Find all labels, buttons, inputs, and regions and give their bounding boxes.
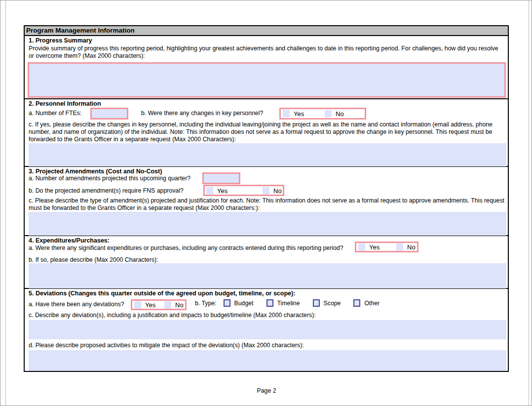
deviation-type-budget-checkbox[interactable] <box>224 299 230 307</box>
section-1-description: Provide summary of progress this reporti… <box>29 45 505 60</box>
expenditures-yes-checkbox[interactable] <box>358 244 365 251</box>
deviation-type-scope-option[interactable]: Scope <box>313 299 341 307</box>
key-personnel-no-checkbox[interactable] <box>325 110 332 118</box>
deviations-no-checkbox[interactable] <box>164 301 171 309</box>
program-management-form: Program Management Information 1. Progre… <box>24 25 509 372</box>
key-personnel-question-label: b. Were there any changes in key personn… <box>141 110 263 117</box>
deviation-type-budget-label: Budget <box>234 300 254 307</box>
fns-approval-yes-option[interactable]: Yes <box>206 187 228 194</box>
deviation-type-timeline-checkbox[interactable] <box>266 299 273 307</box>
deviations-mitigation-textarea[interactable] <box>29 350 506 371</box>
form-section-header: Program Management Information <box>25 26 508 36</box>
deviation-type-scope-checkbox[interactable] <box>313 299 320 307</box>
fns-approval-no-option[interactable]: No <box>263 187 282 194</box>
deviation-type-scope-label: Scope <box>324 300 341 307</box>
amendments-count-input[interactable] <box>202 172 240 184</box>
deviations-describe-label: c. Describe any deviation(s), including … <box>29 312 316 319</box>
section-progress-summary: 1. Progress Summary Provide summary of p… <box>25 36 508 99</box>
fns-approval-yes-no-group: Yes No <box>203 185 284 196</box>
section-2-title: 2. Personnel Information <box>29 100 101 107</box>
section-3-title: 3. Projected Amendments (Cost and No-Cos… <box>29 168 162 175</box>
deviations-yes-no-group: Yes No <box>131 299 187 310</box>
deviation-type-timeline-option[interactable]: Timeline <box>266 299 300 307</box>
key-personnel-yes-option[interactable]: Yes <box>283 110 304 118</box>
amendments-describe-textarea[interactable] <box>29 212 506 236</box>
key-personnel-yes-checkbox[interactable] <box>283 110 290 118</box>
section-expenditures-purchases: 4. Expenditures/Purchases: a. Were there… <box>25 236 508 289</box>
yes-label: Yes <box>369 244 380 250</box>
deviations-no-option[interactable]: No <box>164 301 184 309</box>
expenditures-no-option[interactable]: No <box>396 244 416 251</box>
progress-summary-textarea[interactable] <box>28 62 506 98</box>
deviation-type-row: b. Type: Budget Timeline Scope Other <box>195 299 380 307</box>
section-1-title: 1. Progress Summary <box>29 37 92 44</box>
yes-label: Yes <box>217 187 228 194</box>
personnel-changes-textarea[interactable] <box>29 143 506 166</box>
section-5-title: 5. Deviations (Changes this quarter outs… <box>29 290 295 297</box>
deviation-type-other-option[interactable]: Other <box>353 299 380 307</box>
expenditures-yes-no-group: Yes No <box>355 242 418 252</box>
fns-approval-no-checkbox[interactable] <box>263 187 269 194</box>
deviation-type-budget-option[interactable]: Budget <box>224 299 254 307</box>
no-label: No <box>273 187 282 194</box>
yes-label: Yes <box>294 111 304 117</box>
deviation-type-other-checkbox[interactable] <box>353 299 360 307</box>
deviation-type-timeline-label: Timeline <box>277 300 300 307</box>
no-label: No <box>175 302 184 308</box>
ftes-input[interactable] <box>90 108 128 120</box>
deviation-type-label: b. Type: <box>195 300 217 307</box>
personnel-describe-label: c. If yes, please describe the changes i… <box>29 121 505 144</box>
page-edge-right <box>529 0 529 406</box>
form-title: Program Management Information <box>26 27 135 34</box>
section-deviations: 5. Deviations (Changes this quarter outs… <box>25 289 508 371</box>
deviation-type-other-label: Other <box>364 300 380 307</box>
page-edge-left <box>5 0 6 406</box>
expenditures-no-checkbox[interactable] <box>396 244 403 251</box>
section-projected-amendments: 3. Projected Amendments (Cost and No-Cos… <box>25 167 508 236</box>
deviations-mitigation-label: d. Please describe proposed activities t… <box>29 342 304 349</box>
amendments-count-label: a. Number of amendments projected this u… <box>29 175 190 182</box>
amendments-describe-label: c. Please describe the type of amendment… <box>29 197 505 212</box>
fns-approval-yes-checkbox[interactable] <box>206 187 213 194</box>
no-label: No <box>407 244 416 250</box>
section-personnel-information: 2. Personnel Information a. Number of FT… <box>25 99 508 167</box>
expenditures-describe-label: b. If so, please describe (Max 2000 Char… <box>29 256 158 263</box>
yes-label: Yes <box>145 302 155 308</box>
no-label: No <box>336 111 344 117</box>
key-personnel-no-option[interactable]: No <box>325 110 344 118</box>
deviations-describe-textarea[interactable] <box>29 320 506 339</box>
deviations-yes-checkbox[interactable] <box>134 301 141 309</box>
ftes-label: a. Number of FTEs: <box>29 110 81 117</box>
key-personnel-yes-no-group: Yes No <box>279 108 366 120</box>
pdf-page: Program Management Information 1. Progre… <box>0 0 532 406</box>
expenditures-question-label: a. Were there any significant expenditur… <box>29 244 343 251</box>
expenditures-describe-textarea[interactable] <box>29 263 506 288</box>
section-4-title: 4. Expenditures/Purchases: <box>29 237 110 244</box>
deviations-question-label: a. Have there been any deviations? <box>29 301 124 308</box>
deviations-yes-option[interactable]: Yes <box>134 301 155 309</box>
expenditures-yes-option[interactable]: Yes <box>358 244 380 251</box>
fns-approval-question-label: b. Do the projected amendment(s) require… <box>29 187 184 194</box>
page-number: Page 2 <box>0 387 532 394</box>
